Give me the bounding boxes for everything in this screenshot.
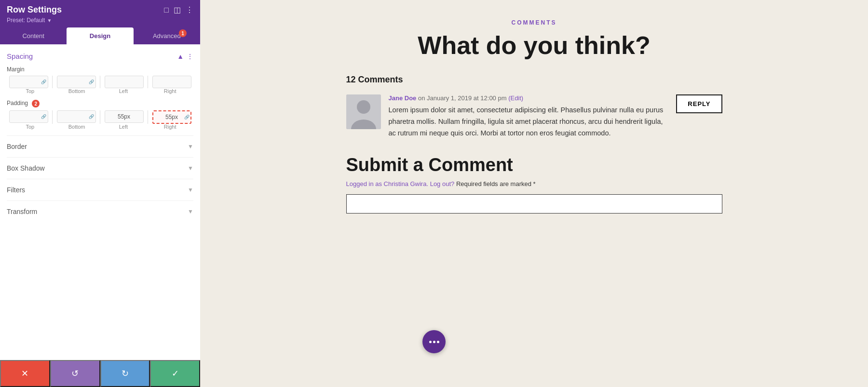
- margin-left-label: Left: [100, 88, 147, 94]
- padding-right-field: 🔗: [150, 110, 193, 124]
- margin-right-label: Right: [147, 88, 193, 94]
- transform-chevron-icon: ▼: [188, 208, 193, 215]
- margin-top-link-icon: 🔗: [41, 80, 46, 84]
- padding-left-field: [102, 110, 146, 124]
- comment-text: Lorem ipsum dolor sit amet, consectetur …: [389, 105, 669, 139]
- margin-fields: 🔗 🔗: [7, 76, 193, 88]
- filters-title: Filters: [7, 186, 25, 194]
- panel-body: Spacing ▲ ⋮ Margin 🔗: [0, 44, 200, 360]
- padding-top-link-icon: 🔗: [41, 114, 46, 119]
- border-header[interactable]: Border ▼: [7, 143, 193, 150]
- panel-header: Row Settings □ ◫ ⋮ Preset: Default ▼: [0, 0, 200, 27]
- padding-bottom-label: Bottom: [54, 124, 100, 130]
- margin-top-label: Top: [7, 88, 54, 94]
- padding-left-input[interactable]: [105, 110, 144, 123]
- panel-tabs: Content Design Advanced 1: [0, 27, 200, 44]
- panel-toolbar: ✕ ↺ ↻ ✓: [0, 360, 200, 387]
- columns-icon[interactable]: ◫: [174, 5, 181, 14]
- preset-label[interactable]: Preset: Default: [7, 17, 45, 24]
- filters-header[interactable]: Filters ▼: [7, 186, 193, 194]
- comment-textarea[interactable]: [346, 194, 722, 214]
- margin-left-input[interactable]: [105, 76, 144, 88]
- padding-top-label: Top: [7, 124, 54, 130]
- transform-title: Transform: [7, 208, 37, 215]
- box-shadow-chevron-icon: ▼: [188, 165, 193, 172]
- margin-labels-row: Top Bottom Left Right: [7, 88, 193, 94]
- avatar-svg: [346, 94, 381, 129]
- spacing-menu-icon[interactable]: ⋮: [187, 53, 193, 60]
- comments-count: 12 Comments: [346, 75, 722, 85]
- fullscreen-icon[interactable]: □: [164, 6, 169, 14]
- comment-item: Jane Doe on January 1, 2019 at 12:00 pm …: [346, 94, 722, 139]
- preset-row: Preset: Default ▼: [7, 17, 193, 24]
- tab-content[interactable]: Content: [0, 27, 67, 44]
- margin-bottom-label: Bottom: [54, 88, 100, 94]
- comment-meta: Jane Doe on January 1, 2019 at 12:00 pm …: [389, 94, 669, 102]
- margin-label: Margin: [7, 66, 193, 73]
- margin-right-input[interactable]: [152, 76, 191, 88]
- tab-advanced[interactable]: Advanced 1: [134, 27, 200, 44]
- logout-link[interactable]: Log out?: [430, 180, 456, 187]
- padding-left-label: Left: [100, 124, 147, 130]
- padding-top-field: 🔗: [7, 110, 50, 124]
- border-title: Border: [7, 143, 27, 150]
- filters-section: Filters ▼: [7, 179, 193, 200]
- padding-label: Padding 2: [7, 100, 193, 107]
- box-shadow-section: Box Shadow ▼: [7, 157, 193, 179]
- padding-badge: 2: [32, 100, 40, 107]
- padding-fields: 🔗 🔗: [7, 110, 193, 124]
- padding-group: Padding 2 🔗 🔗: [7, 100, 193, 130]
- box-shadow-header[interactable]: Box Shadow ▼: [7, 164, 193, 172]
- comments-heading: What do you think?: [346, 32, 722, 59]
- cancel-button[interactable]: ✕: [0, 360, 50, 387]
- panel-title: Row Settings: [7, 5, 62, 15]
- margin-top-field: 🔗: [7, 76, 50, 88]
- fab-dot-3: [437, 341, 439, 343]
- required-text: Required fields are marked *: [456, 180, 536, 187]
- tab-design[interactable]: Design: [67, 27, 133, 44]
- spacing-title: Spacing: [7, 52, 33, 60]
- box-shadow-title: Box Shadow: [7, 164, 45, 172]
- border-section: Border ▼: [7, 135, 193, 157]
- header-icons: □ ◫ ⋮: [164, 5, 193, 14]
- comment-edit-link[interactable]: (Edit): [508, 94, 523, 102]
- fab-dots: [429, 341, 439, 343]
- logged-in-link[interactable]: Logged in as Christina Gwira.: [346, 180, 430, 187]
- padding-bottom-link-icon: 🔗: [89, 114, 94, 119]
- padding-labels-row: Top Bottom Left Right: [7, 124, 193, 130]
- padding-link-icon: 🔗: [184, 115, 190, 120]
- margin-group: Margin 🔗 🔗: [7, 66, 193, 94]
- margin-left-field: [102, 76, 146, 88]
- margin-right-field: [150, 76, 193, 88]
- padding-right-label: Right: [147, 124, 193, 130]
- undo-button[interactable]: ↺: [50, 360, 100, 387]
- submit-logged: Logged in as Christina Gwira. Log out? R…: [346, 180, 722, 187]
- spacing-section-header: Spacing ▲ ⋮: [7, 52, 193, 60]
- transform-section: Transform ▼: [7, 200, 193, 222]
- comment-body: Jane Doe on January 1, 2019 at 12:00 pm …: [389, 94, 669, 139]
- comment-avatar: [346, 94, 381, 129]
- redo-button[interactable]: ↻: [100, 360, 150, 387]
- margin-bottom-link-icon: 🔗: [89, 80, 94, 84]
- border-chevron-icon: ▼: [188, 143, 193, 150]
- transform-header[interactable]: Transform ▼: [7, 208, 193, 215]
- padding-bottom-field: 🔗: [54, 110, 98, 124]
- section-controls: ▲ ⋮: [177, 53, 193, 60]
- more-icon[interactable]: ⋮: [186, 5, 193, 14]
- svg-point-1: [357, 100, 370, 114]
- comment-author[interactable]: Jane Doe: [389, 94, 417, 102]
- left-panel: Row Settings □ ◫ ⋮ Preset: Default ▼ Con…: [0, 0, 200, 387]
- advanced-tab-badge: 1: [179, 29, 187, 37]
- spacing-collapse-icon[interactable]: ▲: [177, 53, 184, 60]
- margin-bottom-field: 🔗: [54, 76, 98, 88]
- fab-button[interactable]: [422, 330, 446, 353]
- fab-dot-1: [429, 341, 432, 343]
- preset-chevron-icon: ▼: [47, 18, 52, 23]
- submit-heading: Submit a Comment: [346, 155, 722, 175]
- fab-dot-2: [433, 341, 435, 343]
- content-inner: COMMENTS What do you think? 12 Comments …: [317, 0, 751, 254]
- save-button[interactable]: ✓: [150, 360, 200, 387]
- reply-button[interactable]: REPLY: [676, 94, 722, 113]
- filters-chevron-icon: ▼: [188, 187, 193, 193]
- comments-label: COMMENTS: [346, 19, 722, 26]
